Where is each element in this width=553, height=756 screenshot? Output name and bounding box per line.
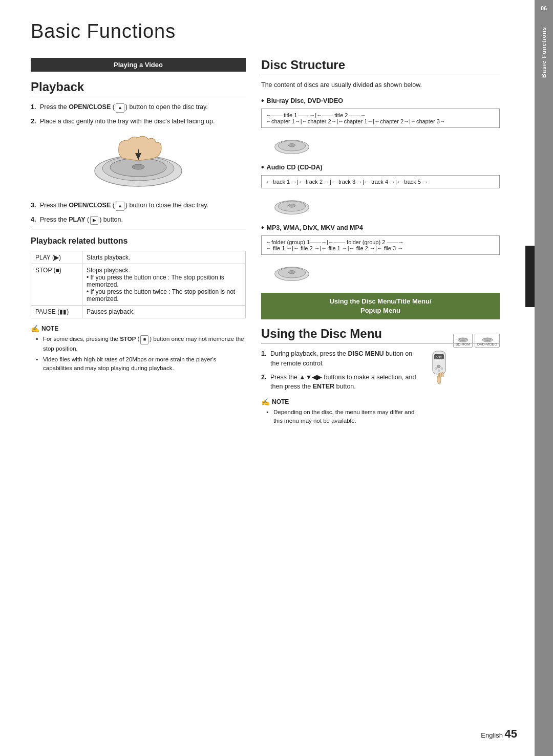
disc-menu-steps: 1. During playback, press the DISC MENU …: [261, 349, 420, 392]
note-title-text: NOTE: [41, 325, 58, 332]
svg-text:MENU: MENU: [435, 359, 442, 362]
step-1: 1. Press the OPEN/CLOSE (▲) button to op…: [31, 102, 246, 113]
svg-point-17: [462, 339, 464, 340]
disc-menu-note-item-1: Depending on the disc, the menu items ma…: [266, 408, 420, 426]
open-close-bold-2: OPEN/CLOSE: [69, 202, 111, 209]
step-3: 3. Press the OPEN/CLOSE (▲) button to cl…: [31, 201, 246, 211]
page-footer: English 45: [481, 727, 517, 741]
svg-point-11: [288, 204, 295, 207]
mp3-diagram: ←folder (group) 1——→|←—— folder (group) …: [261, 235, 500, 255]
note-item-2: Video files with high bit rates of 20Mbp…: [36, 355, 246, 373]
main-content: Basic Functions Playing a Video Playback…: [0, 0, 525, 756]
disc-menu-steps-container: 1. During playback, press the DISC MENU …: [261, 349, 420, 428]
disc-tray-svg: [87, 130, 189, 197]
enter-bold: ENTER: [313, 383, 334, 390]
svg-point-27: [441, 368, 443, 370]
bluray-row-1: ←—— title 1 ——→|←—— title 2 ——→: [266, 112, 495, 118]
audiocd-diagram: ← track 1 →|← track 2 →|← track 3 →|← tr…: [261, 175, 500, 188]
note-section: ✍ NOTE For some discs, pressing the STOP…: [31, 325, 246, 373]
stop-icon-cell: ■: [56, 267, 59, 274]
mp3-disc-icon: [271, 258, 312, 284]
playback-title: Playback: [31, 80, 246, 97]
side-tab-number: 06: [541, 5, 547, 11]
bluray-header: Blu-ray Disc, DVD-VIDEO: [261, 96, 500, 105]
svg-point-25: [437, 365, 440, 368]
pause-button-desc: Pauses playback.: [82, 306, 246, 318]
right-column: Disc Structure The content of discs are …: [261, 58, 500, 428]
playing-video-banner: Playing a Video: [31, 58, 246, 72]
side-tab: 06 Basic Functions: [535, 0, 553, 756]
stop-icon-note: ■: [140, 335, 148, 344]
playback-buttons-table: PLAY (▶) Starts playback. STOP (■) Stops…: [31, 251, 246, 318]
svg-point-26: [435, 368, 437, 370]
svg-point-3: [132, 164, 144, 169]
two-column-layout: Playing a Video Playback 1. Press the OP…: [31, 58, 500, 428]
audiocd-disc-icon: [271, 191, 312, 217]
bd-rom-icon: BD-ROM: [453, 334, 473, 348]
play-button-desc: Starts playback.: [82, 251, 246, 264]
play-icon-cell: ▶: [54, 254, 59, 261]
dvd-video-icon: DVD-VIDEO: [475, 334, 500, 348]
svg-point-20: [486, 339, 488, 340]
disc-type-icons: BD-ROM DVD-VIDEO: [453, 334, 500, 348]
bluray-row-2: ←chapter 1→|←chapter 2→|←chapter 1→|←cha…: [266, 118, 495, 124]
disc-structure-desc: The content of discs are usually divided…: [261, 80, 500, 90]
bluray-diagram: ←—— title 1 ——→|←—— title 2 ——→ ←chapter…: [261, 109, 500, 128]
left-column: Playing a Video Playback 1. Press the OP…: [31, 58, 246, 375]
disc-structure-title: Disc Structure: [261, 58, 500, 75]
disc-menu-bold: DISC MENU: [348, 350, 384, 357]
stop-bold-note: STOP: [120, 336, 136, 342]
note-item-1: For some discs, pressing the STOP (■) bu…: [36, 335, 246, 353]
audiocd-row-1: ← track 1 →|← track 2 →|← track 3 →|← tr…: [266, 179, 495, 185]
mp3-header: MP3, WMA, DivX, MKV and MP4: [261, 223, 500, 232]
disc-menu-note-list: Depending on the disc, the menu items ma…: [261, 408, 420, 426]
playback-steps: 1. Press the OPEN/CLOSE (▲) button to op…: [31, 102, 246, 225]
divider-1: [31, 229, 246, 229]
table-row-play: PLAY (▶) Starts playback.: [31, 251, 246, 264]
footer-number: 45: [505, 727, 517, 740]
disc-menu-banner: Using the Disc Menu/Title Menu/Popup Men…: [261, 293, 500, 319]
eject-icon-2: ▲: [116, 202, 124, 211]
page-container: 06 Basic Functions Basic Functions Playi…: [0, 0, 553, 756]
bluray-disc-icon: [271, 131, 312, 157]
open-close-bold-1: OPEN/CLOSE: [69, 103, 111, 111]
disc-menu-note-section: ✍ NOTE Depending on the disc, the menu i…: [261, 398, 420, 426]
page-title: Basic Functions: [31, 20, 500, 42]
table-row-pause: PAUSE (▮▮) Pauses playback.: [31, 306, 246, 318]
playback-buttons-title: Playback related buttons: [31, 236, 246, 246]
svg-point-28: [438, 370, 440, 372]
side-tab-label: Basic Functions: [541, 27, 547, 78]
disc-menu-note-title-text: NOTE: [272, 398, 289, 405]
disc-menu-step-1: 1. During playback, press the DISC MENU …: [261, 349, 420, 369]
disc-illustration: [31, 130, 246, 197]
disc-menu-note-title: ✍ NOTE: [261, 398, 420, 406]
note-icon: ✍: [31, 325, 39, 333]
disc-menu-remote-icon: DISC MENU: [425, 350, 453, 387]
pause-button-label: PAUSE (▮▮): [31, 306, 82, 318]
disc-menu-note-icon: ✍: [261, 398, 270, 406]
play-button-label: PLAY (▶): [31, 251, 82, 264]
stop-button-label: STOP (■): [31, 264, 82, 306]
note-list: For some discs, pressing the STOP (■) bu…: [31, 335, 246, 373]
note-title: ✍ NOTE: [31, 325, 246, 333]
mp3-row-1: ←folder (group) 1——→|←—— folder (group) …: [266, 239, 495, 245]
play-bold: PLAY: [69, 216, 85, 223]
step-2: 2. Place a disc gently into the tray wit…: [31, 117, 246, 126]
eject-icon-1: ▲: [116, 103, 124, 113]
mp3-row-2: ← file 1 →|← file 2 →|← file 1 →|← file …: [266, 245, 495, 251]
play-icon: ▶: [90, 216, 98, 225]
pause-icon-cell: ▮▮: [59, 308, 67, 315]
disc-menu-content: 1. During playback, press the DISC MENU …: [261, 349, 453, 428]
stop-button-desc: Stops playback. • If you press the butto…: [82, 264, 246, 306]
svg-point-8: [288, 143, 295, 147]
disc-menu-step-2: 2. Press the ▲▼◀▶ buttons to make a sele…: [261, 373, 420, 392]
step-4: 4. Press the PLAY (▶) button.: [31, 215, 246, 225]
svg-point-14: [288, 270, 295, 274]
table-row-stop: STOP (■) Stops playback. • If you press …: [31, 264, 246, 306]
audiocd-header: Audio CD (CD-DA): [261, 163, 500, 172]
footer-text: English: [481, 731, 503, 739]
side-black-bar: [525, 246, 535, 307]
